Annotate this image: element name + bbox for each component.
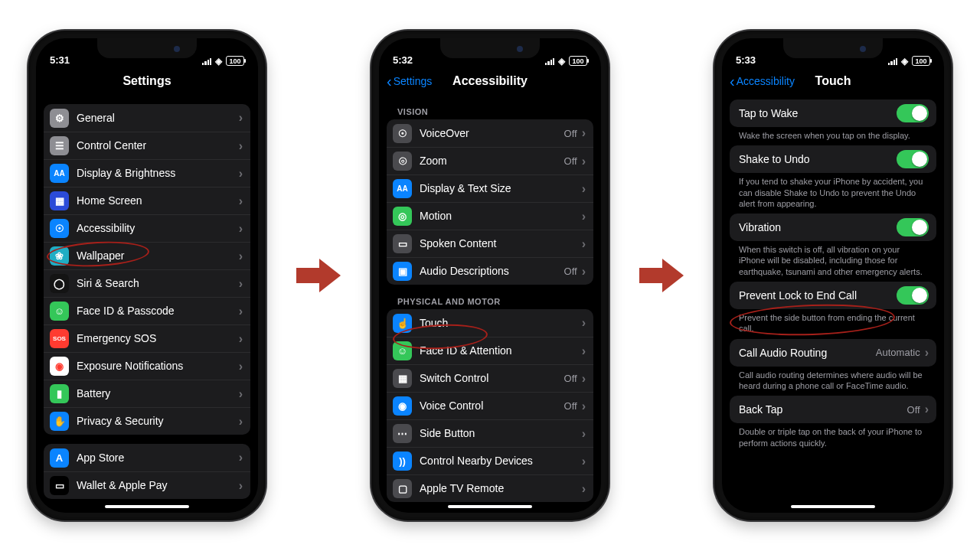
settings-row[interactable]: AADisplay & Text Size› xyxy=(387,174,593,202)
back-label: Accessibility xyxy=(737,75,795,87)
footer-text: Double or triple tap on the back of your… xyxy=(730,423,936,453)
app-icon: ▦ xyxy=(393,369,412,388)
footer-text: Prevent the side button from ending the … xyxy=(730,309,936,339)
row-label: Control Center xyxy=(77,139,239,152)
back-button[interactable]: ‹ Accessibility xyxy=(730,73,795,90)
wifi-icon: ◈ xyxy=(901,57,908,66)
settings-row[interactable]: ☉Accessibility› xyxy=(44,214,250,242)
row-value: Off xyxy=(907,404,920,416)
app-icon: ✋ xyxy=(50,412,69,431)
settings-row[interactable]: ☺Face ID & Passcode› xyxy=(44,297,250,324)
tap-to-wake-row[interactable]: Tap to Wake xyxy=(730,99,936,127)
settings-row[interactable]: ◉Voice ControlOff› xyxy=(387,392,593,419)
settings-row[interactable]: ▮Battery› xyxy=(44,380,250,407)
settings-row[interactable]: ▭Wallet & Apple Pay› xyxy=(44,471,250,499)
row-label: Privacy & Security xyxy=(77,415,239,427)
row-label: Wallet & Apple Pay xyxy=(77,479,239,491)
settings-row[interactable]: AADisplay & Brightness› xyxy=(44,159,250,187)
row-label: Emergency SOS xyxy=(77,332,239,344)
toggle-on-icon[interactable] xyxy=(897,104,929,122)
chevron-right-icon: › xyxy=(582,155,586,168)
home-indicator[interactable] xyxy=(105,505,189,508)
settings-row[interactable]: ❀Wallpaper› xyxy=(44,242,250,269)
clock: 5:33 xyxy=(736,54,782,66)
settings-row[interactable]: ⋯Side Button› xyxy=(387,419,593,447)
settings-row[interactable]: ☰Control Center› xyxy=(44,132,250,159)
chevron-right-icon: › xyxy=(582,427,586,441)
row-label: Apple TV Remote xyxy=(420,482,582,494)
prevent-lock-row[interactable]: Prevent Lock to End Call xyxy=(730,282,936,309)
call-audio-routing-row[interactable]: Call Audio Routing Automatic › xyxy=(730,339,936,367)
app-icon: ▦ xyxy=(50,191,69,210)
chevron-right-icon: › xyxy=(582,265,586,279)
chevron-right-icon: › xyxy=(582,210,586,223)
settings-row[interactable]: ▭Spoken Content› xyxy=(387,230,593,257)
app-icon: ◎ xyxy=(393,207,412,226)
wifi-icon: ◈ xyxy=(558,57,565,66)
chevron-right-icon: › xyxy=(239,451,243,465)
phone-touch: 5:33 ◈ 100 ‹ Accessibility Touch Tap xyxy=(714,31,952,520)
home-indicator[interactable] xyxy=(448,505,532,508)
chevron-right-icon: › xyxy=(582,126,586,140)
row-label: Spoken Content xyxy=(420,237,582,249)
toggle-on-icon[interactable] xyxy=(897,150,929,168)
settings-row[interactable]: ☉VoiceOverOff› xyxy=(387,119,593,147)
battery-icon: 100 xyxy=(226,56,244,66)
navbar: ‹ Accessibility Touch xyxy=(722,67,944,95)
chevron-right-icon: › xyxy=(239,222,243,236)
settings-row[interactable]: ☺Face ID & Attention› xyxy=(387,337,593,364)
chevron-right-icon: › xyxy=(582,182,586,196)
app-icon: ☉ xyxy=(393,124,412,143)
settings-row[interactable]: ⦾ZoomOff› xyxy=(387,147,593,174)
cellular-icon xyxy=(202,57,211,65)
settings-row[interactable]: ◉Exposure Notifications› xyxy=(44,352,250,380)
app-icon: ☉ xyxy=(50,219,69,238)
footer-text: When this switch is off, all vibration o… xyxy=(730,241,936,282)
row-label: Voice Control xyxy=(420,399,564,412)
vibration-row[interactable]: Vibration xyxy=(730,214,936,241)
chevron-right-icon: › xyxy=(925,346,929,360)
settings-row[interactable]: ▦Home Screen› xyxy=(44,187,250,214)
row-label: Wallpaper xyxy=(77,249,239,262)
app-icon: ⦾ xyxy=(393,152,412,171)
row-value: Off xyxy=(564,373,577,384)
page-title: Touch xyxy=(815,74,851,88)
shake-to-undo-row[interactable]: Shake to Undo xyxy=(730,145,936,173)
wifi-icon: ◈ xyxy=(215,57,222,66)
settings-row[interactable]: SOSEmergency SOS› xyxy=(44,324,250,352)
settings-row[interactable]: ⚙General› xyxy=(44,104,250,132)
row-label: Call Audio Routing xyxy=(739,347,876,359)
settings-row[interactable]: ☝Touch› xyxy=(387,309,593,337)
app-icon: ❀ xyxy=(50,246,69,266)
home-indicator[interactable] xyxy=(791,505,875,508)
row-label: Display & Text Size xyxy=(420,182,582,194)
navbar: ‹ Settings Accessibility xyxy=(379,67,601,95)
row-value: Automatic xyxy=(876,347,920,358)
navbar: Settings xyxy=(36,67,258,95)
settings-row[interactable]: AApp Store› xyxy=(44,444,250,471)
back-button[interactable]: ‹ Settings xyxy=(387,73,432,90)
chevron-right-icon: › xyxy=(239,479,243,493)
settings-row[interactable]: ◎Motion› xyxy=(387,202,593,230)
app-icon: AA xyxy=(393,179,412,198)
app-icon: SOS xyxy=(50,329,69,348)
back-tap-row[interactable]: Back Tap Off › xyxy=(730,396,936,423)
settings-row[interactable]: ▢Apple TV Remote› xyxy=(387,474,593,502)
battery-icon: 100 xyxy=(912,56,930,66)
settings-row[interactable]: ◯Siri & Search› xyxy=(44,269,250,297)
chevron-right-icon: › xyxy=(239,305,243,318)
page-title: Settings xyxy=(122,74,171,88)
page-title: Accessibility xyxy=(452,74,528,88)
toggle-on-icon[interactable] xyxy=(897,218,929,236)
toggle-on-icon[interactable] xyxy=(897,286,929,305)
chevron-right-icon: › xyxy=(582,399,586,413)
settings-row[interactable]: ▦Switch ControlOff› xyxy=(387,364,593,392)
row-value: Off xyxy=(564,155,577,167)
settings-row[interactable]: ▣Audio DescriptionsOff› xyxy=(387,257,593,285)
section-header: PHYSICAL AND MOTOR xyxy=(387,294,593,309)
row-label: Zoom xyxy=(420,155,564,167)
settings-row[interactable]: ✋Privacy & Security› xyxy=(44,407,250,435)
chevron-right-icon: › xyxy=(582,316,586,330)
app-icon: ⋯ xyxy=(393,424,412,443)
settings-row[interactable]: ))Control Nearby Devices› xyxy=(387,447,593,474)
